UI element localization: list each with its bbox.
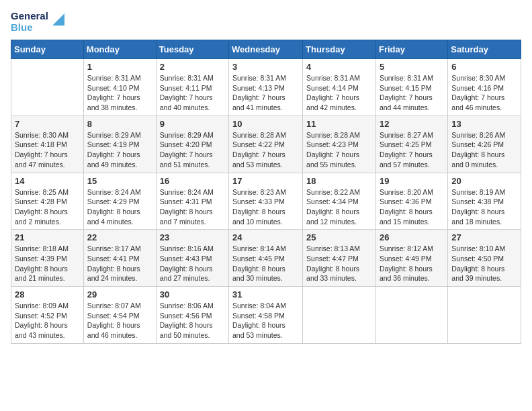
day-info: Sunrise: 8:04 AMSunset: 4:58 PMDaylight:… bbox=[232, 301, 299, 340]
day-number: 28 bbox=[15, 289, 80, 300]
calendar-cell: 23Sunrise: 8:16 AMSunset: 4:43 PMDayligh… bbox=[156, 230, 228, 287]
day-info: Sunrise: 8:28 AMSunset: 4:23 PMDaylight:… bbox=[306, 130, 372, 170]
calendar-cell: 13Sunrise: 8:26 AMSunset: 4:26 PMDayligh… bbox=[448, 116, 521, 173]
day-info: Sunrise: 8:29 AMSunset: 4:19 PMDaylight:… bbox=[87, 130, 152, 170]
day-info: Sunrise: 8:31 AMSunset: 4:13 PMDaylight:… bbox=[232, 73, 299, 113]
day-number: 5 bbox=[380, 62, 444, 72]
day-number: 8 bbox=[87, 119, 152, 129]
day-number: 31 bbox=[232, 289, 299, 300]
day-number: 3 bbox=[232, 62, 299, 72]
calendar-cell bbox=[11, 59, 84, 116]
calendar-cell: 15Sunrise: 8:24 AMSunset: 4:29 PMDayligh… bbox=[83, 173, 156, 230]
calendar-cell: 20Sunrise: 8:19 AMSunset: 4:38 PMDayligh… bbox=[448, 173, 521, 230]
day-info: Sunrise: 8:30 AMSunset: 4:16 PMDaylight:… bbox=[451, 73, 517, 113]
calendar-cell: 3Sunrise: 8:31 AMSunset: 4:13 PMDaylight… bbox=[229, 59, 303, 116]
day-info: Sunrise: 8:10 AMSunset: 4:50 PMDaylight:… bbox=[451, 244, 517, 283]
calendar-cell bbox=[375, 287, 447, 344]
day-info: Sunrise: 8:20 AMSunset: 4:36 PMDaylight:… bbox=[380, 187, 444, 227]
calendar-cell: 27Sunrise: 8:10 AMSunset: 4:50 PMDayligh… bbox=[448, 230, 521, 287]
logo: General Blue bbox=[11, 11, 64, 33]
day-number: 4 bbox=[306, 62, 372, 72]
calendar-cell: 18Sunrise: 8:22 AMSunset: 4:34 PMDayligh… bbox=[303, 173, 376, 230]
calendar-cell: 11Sunrise: 8:28 AMSunset: 4:23 PMDayligh… bbox=[303, 116, 376, 173]
calendar-cell: 29Sunrise: 8:07 AMSunset: 4:54 PMDayligh… bbox=[83, 287, 156, 344]
weekday-header-saturday: Saturday bbox=[448, 40, 521, 59]
day-number: 20 bbox=[451, 176, 517, 186]
calendar-cell: 8Sunrise: 8:29 AMSunset: 4:19 PMDaylight… bbox=[83, 116, 156, 173]
day-number: 23 bbox=[160, 232, 225, 242]
calendar-cell: 30Sunrise: 8:06 AMSunset: 4:56 PMDayligh… bbox=[156, 287, 228, 344]
day-number: 7 bbox=[15, 119, 80, 129]
day-info: Sunrise: 8:31 AMSunset: 4:14 PMDaylight:… bbox=[306, 73, 372, 113]
svg-marker-0 bbox=[52, 13, 64, 26]
day-info: Sunrise: 8:30 AMSunset: 4:18 PMDaylight:… bbox=[15, 130, 80, 170]
day-info: Sunrise: 8:16 AMSunset: 4:43 PMDaylight:… bbox=[160, 244, 225, 283]
day-info: Sunrise: 8:09 AMSunset: 4:52 PMDaylight:… bbox=[15, 301, 80, 340]
day-info: Sunrise: 8:14 AMSunset: 4:45 PMDaylight:… bbox=[232, 244, 299, 283]
calendar-cell: 6Sunrise: 8:30 AMSunset: 4:16 PMDaylight… bbox=[448, 59, 521, 116]
calendar-cell: 25Sunrise: 8:13 AMSunset: 4:47 PMDayligh… bbox=[303, 230, 376, 287]
calendar-cell: 26Sunrise: 8:12 AMSunset: 4:49 PMDayligh… bbox=[375, 230, 447, 287]
day-info: Sunrise: 8:13 AMSunset: 4:47 PMDaylight:… bbox=[306, 244, 372, 283]
calendar-cell: 17Sunrise: 8:23 AMSunset: 4:33 PMDayligh… bbox=[229, 173, 303, 230]
day-info: Sunrise: 8:31 AMSunset: 4:11 PMDaylight:… bbox=[160, 73, 225, 113]
calendar-cell: 16Sunrise: 8:24 AMSunset: 4:31 PMDayligh… bbox=[156, 173, 228, 230]
calendar-cell bbox=[303, 287, 376, 344]
day-number: 25 bbox=[306, 232, 372, 242]
day-info: Sunrise: 8:25 AMSunset: 4:28 PMDaylight:… bbox=[15, 187, 80, 227]
day-number: 21 bbox=[15, 232, 80, 242]
day-info: Sunrise: 8:23 AMSunset: 4:33 PMDaylight:… bbox=[232, 187, 299, 227]
day-info: Sunrise: 8:24 AMSunset: 4:29 PMDaylight:… bbox=[87, 187, 152, 227]
day-number: 17 bbox=[232, 176, 299, 186]
calendar-cell: 24Sunrise: 8:14 AMSunset: 4:45 PMDayligh… bbox=[229, 230, 303, 287]
day-number: 13 bbox=[451, 119, 517, 129]
day-number: 24 bbox=[232, 232, 299, 242]
day-number: 10 bbox=[232, 119, 299, 129]
day-number: 1 bbox=[87, 62, 152, 72]
day-number: 6 bbox=[451, 62, 517, 72]
calendar-cell: 12Sunrise: 8:27 AMSunset: 4:25 PMDayligh… bbox=[375, 116, 447, 173]
day-info: Sunrise: 8:24 AMSunset: 4:31 PMDaylight:… bbox=[160, 187, 225, 227]
day-info: Sunrise: 8:31 AMSunset: 4:10 PMDaylight:… bbox=[87, 73, 152, 113]
day-info: Sunrise: 8:18 AMSunset: 4:39 PMDaylight:… bbox=[15, 244, 80, 283]
calendar-cell: 22Sunrise: 8:17 AMSunset: 4:41 PMDayligh… bbox=[83, 230, 156, 287]
day-number: 27 bbox=[451, 232, 517, 242]
day-info: Sunrise: 8:27 AMSunset: 4:25 PMDaylight:… bbox=[380, 130, 444, 170]
calendar-cell: 4Sunrise: 8:31 AMSunset: 4:14 PMDaylight… bbox=[303, 59, 376, 116]
calendar-cell: 19Sunrise: 8:20 AMSunset: 4:36 PMDayligh… bbox=[375, 173, 447, 230]
day-number: 11 bbox=[306, 119, 372, 129]
logo-blue: Blue bbox=[11, 22, 48, 34]
calendar-cell bbox=[448, 287, 521, 344]
weekday-header-tuesday: Tuesday bbox=[156, 40, 228, 59]
day-number: 18 bbox=[306, 176, 372, 186]
day-info: Sunrise: 8:28 AMSunset: 4:22 PMDaylight:… bbox=[232, 130, 299, 170]
day-number: 26 bbox=[380, 232, 444, 242]
day-info: Sunrise: 8:22 AMSunset: 4:34 PMDaylight:… bbox=[306, 187, 372, 227]
calendar-cell: 7Sunrise: 8:30 AMSunset: 4:18 PMDaylight… bbox=[11, 116, 84, 173]
calendar-cell: 1Sunrise: 8:31 AMSunset: 4:10 PMDaylight… bbox=[83, 59, 156, 116]
logo-triangle-icon bbox=[52, 13, 64, 26]
weekday-header-thursday: Thursday bbox=[303, 40, 376, 59]
calendar-cell: 10Sunrise: 8:28 AMSunset: 4:22 PMDayligh… bbox=[229, 116, 303, 173]
day-number: 29 bbox=[87, 289, 152, 300]
weekday-header-friday: Friday bbox=[375, 40, 447, 59]
day-info: Sunrise: 8:06 AMSunset: 4:56 PMDaylight:… bbox=[160, 301, 225, 340]
day-number: 12 bbox=[380, 119, 444, 129]
day-info: Sunrise: 8:31 AMSunset: 4:15 PMDaylight:… bbox=[380, 73, 444, 113]
day-info: Sunrise: 8:12 AMSunset: 4:49 PMDaylight:… bbox=[380, 244, 444, 283]
header: General Blue bbox=[11, 11, 521, 33]
day-number: 15 bbox=[87, 176, 152, 186]
day-number: 14 bbox=[15, 176, 80, 186]
weekday-header-monday: Monday bbox=[83, 40, 156, 59]
day-number: 30 bbox=[160, 289, 225, 300]
day-number: 22 bbox=[87, 232, 152, 242]
calendar-cell: 21Sunrise: 8:18 AMSunset: 4:39 PMDayligh… bbox=[11, 230, 84, 287]
calendar-cell: 14Sunrise: 8:25 AMSunset: 4:28 PMDayligh… bbox=[11, 173, 84, 230]
calendar-table: SundayMondayTuesdayWednesdayThursdayFrid… bbox=[11, 40, 521, 344]
day-info: Sunrise: 8:29 AMSunset: 4:20 PMDaylight:… bbox=[160, 130, 225, 170]
calendar-cell: 2Sunrise: 8:31 AMSunset: 4:11 PMDaylight… bbox=[156, 59, 228, 116]
day-info: Sunrise: 8:07 AMSunset: 4:54 PMDaylight:… bbox=[87, 301, 152, 340]
calendar-cell: 28Sunrise: 8:09 AMSunset: 4:52 PMDayligh… bbox=[11, 287, 84, 344]
logo-general: General bbox=[11, 11, 48, 22]
day-info: Sunrise: 8:26 AMSunset: 4:26 PMDaylight:… bbox=[451, 130, 517, 170]
